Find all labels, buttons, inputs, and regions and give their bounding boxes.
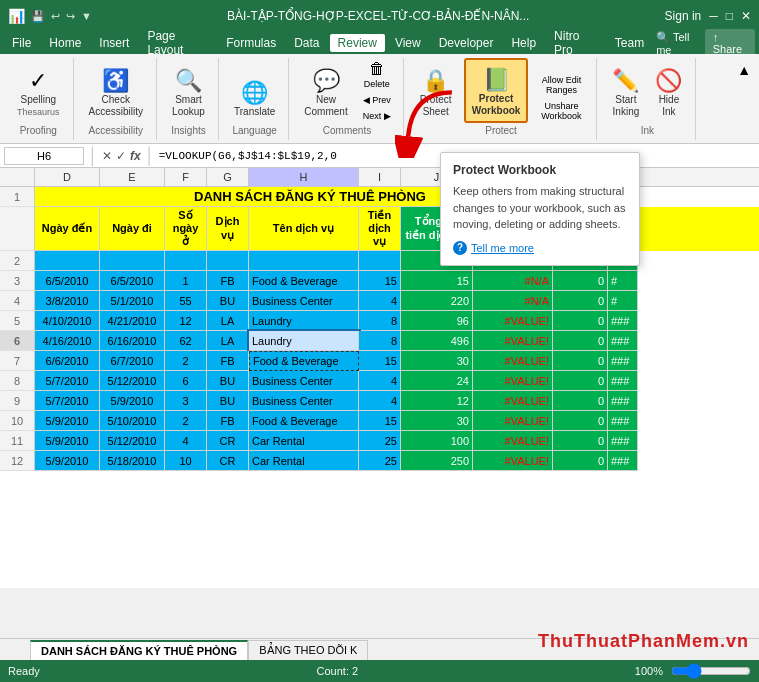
cell-i2[interactable]	[359, 251, 401, 271]
cell-g4[interactable]: BU	[207, 291, 249, 311]
header-dichvu[interactable]: Dịch vụ	[207, 207, 249, 251]
collapse-ribbon-btn[interactable]: ▲	[733, 58, 755, 82]
cell-f8[interactable]: 6	[165, 371, 207, 391]
name-box[interactable]	[4, 147, 84, 165]
cell-k12[interactable]: #VALUE!	[473, 451, 553, 471]
cell-d3[interactable]: 6/5/2010	[35, 271, 100, 291]
cell-f4[interactable]: 55	[165, 291, 207, 311]
cell-k5[interactable]: #VALUE!	[473, 311, 553, 331]
header-ngayden[interactable]: Ngày đến	[35, 207, 100, 251]
cell-m8[interactable]: ###	[608, 371, 638, 391]
share-btn[interactable]: ↑ Share	[705, 29, 755, 57]
spelling-btn[interactable]: ✓ SpellingThesaurus	[10, 58, 67, 123]
cell-i3[interactable]: 15	[359, 271, 401, 291]
col-header-d[interactable]: D	[35, 168, 100, 186]
close-btn[interactable]: ✕	[741, 9, 751, 23]
cell-e10[interactable]: 5/10/2010	[100, 411, 165, 431]
menu-view[interactable]: View	[387, 34, 429, 52]
protect-workbook-btn[interactable]: 📗 ProtectWorkbook	[464, 58, 529, 123]
menu-review[interactable]: Review	[330, 34, 385, 52]
menu-help[interactable]: Help	[503, 34, 544, 52]
tell-me-input[interactable]: 🔍 Tell me	[656, 31, 703, 56]
tooltip-link[interactable]: ? Tell me more	[453, 241, 627, 255]
cell-f6[interactable]: 62	[165, 331, 207, 351]
col-header-g[interactable]: G	[207, 168, 249, 186]
cell-j11[interactable]: 100	[401, 431, 473, 451]
cell-l3[interactable]: 0	[553, 271, 608, 291]
cell-i5[interactable]: 8	[359, 311, 401, 331]
cell-h3[interactable]: Food & Beverage	[249, 271, 359, 291]
cell-h5[interactable]: Laundry	[249, 311, 359, 331]
cell-k3[interactable]: #N/A	[473, 271, 553, 291]
cell-i6[interactable]: 8	[359, 331, 401, 351]
cell-h10[interactable]: Food & Beverage	[249, 411, 359, 431]
cell-j4[interactable]: 220	[401, 291, 473, 311]
cell-k11[interactable]: #VALUE!	[473, 431, 553, 451]
cell-j3[interactable]: 15	[401, 271, 473, 291]
cell-j12[interactable]: 250	[401, 451, 473, 471]
cell-g9[interactable]: BU	[207, 391, 249, 411]
cell-f5[interactable]: 12	[165, 311, 207, 331]
cell-g6[interactable]: LA	[207, 331, 249, 351]
cell-m9[interactable]: ###	[608, 391, 638, 411]
cell-l7[interactable]: 0	[553, 351, 608, 371]
start-inking-btn[interactable]: ✏️ StartInking	[605, 58, 646, 123]
cell-g3[interactable]: FB	[207, 271, 249, 291]
cell-e5[interactable]: 4/21/2010	[100, 311, 165, 331]
cell-f7[interactable]: 2	[165, 351, 207, 371]
cell-k7[interactable]: #VALUE!	[473, 351, 553, 371]
cell-j10[interactable]: 30	[401, 411, 473, 431]
cell-f12[interactable]: 10	[165, 451, 207, 471]
cell-m4[interactable]: #	[608, 291, 638, 311]
cell-j8[interactable]: 24	[401, 371, 473, 391]
cell-j5[interactable]: 96	[401, 311, 473, 331]
cell-d2[interactable]	[35, 251, 100, 271]
cell-i11[interactable]: 25	[359, 431, 401, 451]
header-tiendichvu[interactable]: Tiền dịch vụ	[359, 207, 401, 251]
cell-e3[interactable]: 6/5/2010	[100, 271, 165, 291]
cell-g11[interactable]: CR	[207, 431, 249, 451]
menu-file[interactable]: File	[4, 34, 39, 52]
cell-k8[interactable]: #VALUE!	[473, 371, 553, 391]
cell-i12[interactable]: 25	[359, 451, 401, 471]
cell-h8[interactable]: Business Center	[249, 371, 359, 391]
insert-function-icon[interactable]: fx	[130, 149, 141, 163]
delete-comment-btn[interactable]: 🗑 Delete	[359, 58, 395, 91]
signin-button[interactable]: Sign in	[665, 9, 702, 23]
cell-d8[interactable]: 5/7/2010	[35, 371, 100, 391]
cell-j9[interactable]: 12	[401, 391, 473, 411]
cell-l6[interactable]: 0	[553, 331, 608, 351]
cell-k10[interactable]: #VALUE!	[473, 411, 553, 431]
cell-g7[interactable]: FB	[207, 351, 249, 371]
cell-m5[interactable]: ###	[608, 311, 638, 331]
cell-m11[interactable]: ###	[608, 431, 638, 451]
cell-d5[interactable]: 4/10/2010	[35, 311, 100, 331]
restore-btn[interactable]: □	[726, 9, 733, 23]
cell-i9[interactable]: 4	[359, 391, 401, 411]
cell-d4[interactable]: 3/8/2010	[35, 291, 100, 311]
cell-i10[interactable]: 15	[359, 411, 401, 431]
cell-h12[interactable]: Car Rental	[249, 451, 359, 471]
cell-d10[interactable]: 5/9/2010	[35, 411, 100, 431]
cell-l9[interactable]: 0	[553, 391, 608, 411]
col-header-i[interactable]: I	[359, 168, 401, 186]
hide-ink-btn[interactable]: 🚫 HideInk	[648, 58, 689, 123]
menu-team[interactable]: Team	[607, 34, 652, 52]
cell-l12[interactable]: 0	[553, 451, 608, 471]
cell-h6[interactable]: Laundry	[249, 331, 359, 351]
cell-g8[interactable]: BU	[207, 371, 249, 391]
cell-h11[interactable]: Car Rental	[249, 431, 359, 451]
col-header-h[interactable]: H	[249, 168, 359, 186]
menu-formulas[interactable]: Formulas	[218, 34, 284, 52]
cell-d6[interactable]: 4/16/2010	[35, 331, 100, 351]
cell-l10[interactable]: 0	[553, 411, 608, 431]
cell-e4[interactable]: 5/1/2010	[100, 291, 165, 311]
cell-k6[interactable]: #VALUE!	[473, 331, 553, 351]
cell-e12[interactable]: 5/18/2010	[100, 451, 165, 471]
cell-m3[interactable]: #	[608, 271, 638, 291]
cell-k9[interactable]: #VALUE!	[473, 391, 553, 411]
header-ngaydi[interactable]: Ngày đi	[100, 207, 165, 251]
menu-home[interactable]: Home	[41, 34, 89, 52]
cell-g10[interactable]: FB	[207, 411, 249, 431]
cell-e6[interactable]: 6/16/2010	[100, 331, 165, 351]
